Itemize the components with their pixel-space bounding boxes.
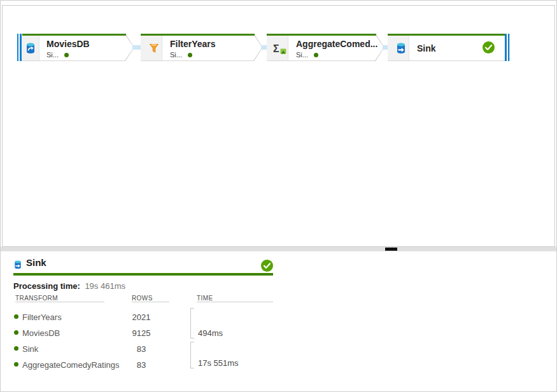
status-dot bbox=[14, 314, 18, 319]
time-group-bracket bbox=[190, 308, 194, 339]
status-dot bbox=[14, 330, 18, 335]
row-count: 83 bbox=[128, 344, 155, 354]
dataflow-canvas[interactable]: MoviesDB Si... FilterYears bbox=[2, 5, 555, 247]
status-dot bbox=[14, 346, 18, 351]
group-time-value: 17s 551ms bbox=[198, 358, 239, 368]
status-dot bbox=[188, 53, 192, 57]
column-underline bbox=[15, 302, 104, 302]
row-count: 2021 bbox=[128, 312, 155, 322]
time-group-bracket bbox=[190, 342, 194, 368]
node-subtitle: Si... bbox=[296, 51, 377, 59]
transform-name: Sink bbox=[22, 344, 38, 354]
node-subtitle: Si... bbox=[46, 51, 90, 59]
transform-name: AggregateComedyRatings bbox=[22, 360, 119, 370]
node-icon-cell bbox=[141, 36, 162, 60]
node-icon-cell: Σ bbox=[267, 36, 288, 60]
sink-detail-panel: Sink Processing time: 19s 461ms TRANSFOR… bbox=[1, 251, 556, 391]
status-dot bbox=[14, 362, 18, 367]
row-count: 9125 bbox=[128, 328, 155, 338]
status-dot bbox=[64, 53, 69, 57]
node-title: FilterYears bbox=[170, 39, 216, 49]
transform-name: MoviesDB bbox=[22, 328, 60, 338]
success-check-icon bbox=[483, 41, 495, 56]
selection-bars bbox=[505, 34, 509, 61]
filter-icon bbox=[148, 42, 160, 55]
row-count: 83 bbox=[128, 360, 155, 370]
group-time-value: 494ms bbox=[198, 328, 223, 338]
node-title: MoviesDB bbox=[46, 39, 90, 49]
dataflow-node-moviesdb[interactable]: MoviesDB Si... bbox=[17, 34, 134, 61]
node-status-bar bbox=[22, 34, 126, 36]
node-title: AggregateComed... bbox=[296, 39, 377, 49]
table-row: MoviesDB 9125 bbox=[13, 328, 281, 339]
node-icon-cell bbox=[22, 36, 39, 60]
success-check-icon bbox=[261, 260, 273, 274]
dataflow-node-filteryears[interactable]: FilterYears Si... bbox=[141, 34, 263, 61]
status-dot bbox=[314, 53, 318, 57]
panel-divider bbox=[1, 247, 557, 251]
table-row: AggregateComedyRatings 83 bbox=[13, 360, 281, 370]
selection-bars bbox=[17, 34, 22, 61]
processing-time-label: Processing time: bbox=[13, 281, 80, 291]
node-title: Sink bbox=[417, 36, 436, 61]
node-icon-cell bbox=[388, 36, 409, 60]
column-header-rows: ROWS bbox=[132, 295, 153, 302]
svg-text:Σ: Σ bbox=[273, 43, 279, 53]
panel-title-rule bbox=[13, 273, 273, 276]
panel-resize-grip[interactable] bbox=[385, 248, 397, 251]
aggregate-icon: Σ bbox=[273, 42, 286, 55]
column-underline bbox=[197, 302, 273, 302]
node-subtitle: Si... bbox=[170, 51, 216, 59]
processing-time: Processing time: 19s 461ms bbox=[13, 281, 125, 291]
table-row: Sink 83 bbox=[13, 344, 281, 354]
sink-icon bbox=[395, 42, 407, 55]
column-header-time: TIME bbox=[197, 295, 213, 302]
processing-time-value: 19s 461ms bbox=[85, 281, 125, 291]
dataflow-debug-view: MoviesDB Si... FilterYears bbox=[0, 0, 557, 392]
column-underline bbox=[132, 302, 169, 302]
dataflow-node-aggregatecomedyratings[interactable]: Σ AggregateComed... Si... bbox=[267, 34, 384, 61]
node-status-bar bbox=[141, 34, 255, 36]
node-status-bar bbox=[388, 34, 505, 36]
dataflow-node-sink[interactable]: Sink bbox=[388, 34, 510, 61]
transform-name: FilterYears bbox=[22, 312, 62, 322]
panel-title: Sink bbox=[26, 257, 46, 268]
dataset-icon bbox=[24, 42, 37, 55]
table-row: FilterYears 2021 bbox=[13, 312, 281, 323]
column-header-transform: TRANSFORM bbox=[15, 295, 58, 302]
sink-icon bbox=[13, 260, 22, 272]
node-status-bar bbox=[267, 34, 376, 36]
